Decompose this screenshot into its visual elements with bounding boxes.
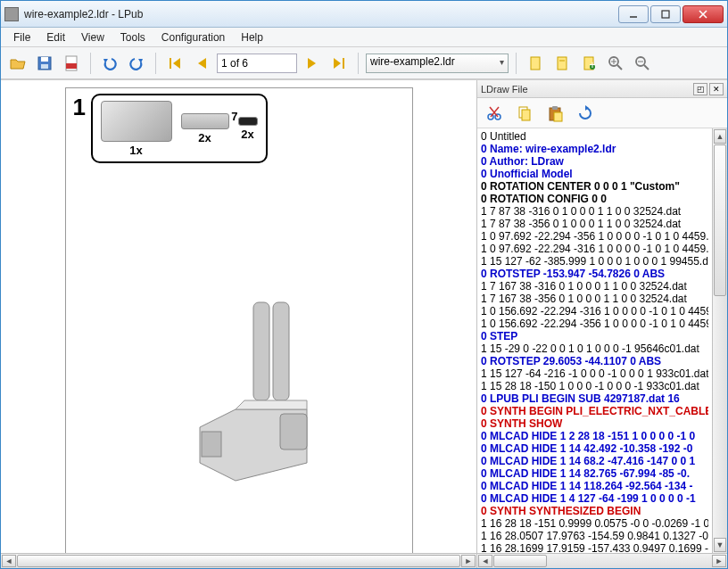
prev-page-icon[interactable] — [190, 52, 213, 75]
menubar: File Edit View Tools Configuration Help — [1, 28, 727, 47]
svg-line-33 — [490, 107, 498, 117]
dock-hscroll[interactable]: ◄► — [477, 553, 727, 568]
code-line[interactable]: 1 7 167 38 -356 0 1 0 0 0 1 1 0 0 32524.… — [481, 293, 708, 305]
dock-float-button[interactable]: ◰ — [693, 83, 707, 95]
refresh-icon[interactable] — [574, 102, 597, 125]
menu-edit[interactable]: Edit — [39, 29, 72, 45]
svg-rect-38 — [554, 112, 562, 121]
svg-line-32 — [491, 107, 499, 117]
code-line[interactable]: 1 16 28.1699 17.9159 -157.433 0.9497 0.1… — [481, 542, 708, 553]
page-yellow3-icon[interactable]: + — [577, 52, 600, 75]
code-line[interactable]: 1 7 87 38 -356 0 1 0 0 0 1 1 0 0 32524.d… — [481, 218, 708, 230]
maximize-button[interactable] — [650, 5, 681, 23]
instruction-page: 1 1x 7 2x 2x — [65, 87, 413, 553]
svg-rect-6 — [41, 64, 48, 69]
code-line[interactable]: 0 ROTSTEP -153.947 -54.7826 0 ABS — [481, 268, 708, 280]
redo-icon[interactable] — [125, 52, 148, 75]
code-line[interactable]: 0 SYNTH BEGIN PLI_ELECTRIC_NXT_CABLE_ — [481, 405, 708, 417]
code-line[interactable]: 0 SYNTH SYNTHESIZED BEGIN — [481, 505, 708, 517]
dock-toolbar — [477, 98, 727, 128]
window-title: wire-example2.ldr - LPub — [24, 8, 618, 21]
page-yellow2-icon[interactable] — [550, 52, 574, 75]
code-line[interactable]: 1 16 28.0507 17.9763 -154.59 0.9841 0.13… — [481, 530, 708, 542]
svg-rect-12 — [558, 57, 567, 70]
code-line[interactable]: 0 SYNTH SHOW — [481, 417, 708, 430]
code-line[interactable]: 0 MLCAD HIDE 1 14 118.264 -92.564 -134 - — [481, 480, 708, 492]
next-page-icon[interactable] — [301, 52, 324, 75]
code-line[interactable]: 1 0 156.692 -22.294 -356 1 0 0 0 0 -1 0 … — [481, 317, 708, 330]
svg-rect-25 — [273, 302, 289, 400]
svg-text:+: + — [589, 59, 595, 71]
code-line[interactable]: 0 STEP — [481, 330, 708, 342]
canvas[interactable]: 1 1x 7 2x 2x — [1, 80, 476, 553]
code-line[interactable]: 0 MLCAD HIDE 1 14 42.492 -10.358 -192 -0 — [481, 442, 708, 455]
step-number: 1 — [73, 94, 86, 121]
code-line[interactable]: 0 LPUB PLI BEGIN SUB 4297187.dat 16 — [481, 392, 708, 405]
code-line[interactable]: 0 Name: wire-example2.ldr — [481, 143, 708, 155]
page-field[interactable] — [217, 54, 297, 73]
code-line[interactable]: 0 Author: LDraw — [481, 155, 708, 168]
copy-icon[interactable] — [513, 102, 536, 125]
code-line[interactable]: 1 15 -29 0 -22 0 0 1 0 1 0 0 0 -1 95646c… — [481, 342, 708, 355]
assembly-image — [191, 293, 343, 490]
code-line[interactable]: 0 Untitled — [481, 130, 708, 143]
zoom-out-icon[interactable] — [631, 52, 654, 75]
menu-tools[interactable]: Tools — [113, 29, 153, 45]
dock-vscroll[interactable]: ▲▼ — [712, 128, 727, 553]
code-line[interactable]: 1 0 156.692 -22.294 -316 1 0 0 0 0 -1 0 … — [481, 305, 708, 317]
svg-marker-27 — [236, 400, 307, 409]
code-line[interactable]: 0 MLCAD HIDE 1 4 127 -64 -199 1 0 0 0 0 … — [481, 492, 708, 505]
code-line[interactable]: 1 15 127 -64 -216 -1 0 0 0 -1 0 0 0 1 93… — [481, 367, 708, 380]
svg-rect-24 — [253, 302, 269, 400]
svg-rect-11 — [531, 57, 540, 70]
dock-close-button[interactable]: ✕ — [709, 83, 724, 95]
dock-title-label: LDraw File — [481, 84, 691, 95]
pli-part-3-qty: 2x — [241, 128, 253, 141]
code-line[interactable]: 1 16 28 18 -151 0.9999 0.0575 -0 0 -0.02… — [481, 517, 708, 530]
cut-icon[interactable] — [483, 102, 506, 125]
code-line[interactable]: 1 7 167 38 -316 0 1 0 0 0 1 1 0 0 32524.… — [481, 280, 708, 293]
open-icon[interactable] — [6, 52, 29, 75]
pli-part-3-image — [238, 117, 258, 126]
svg-rect-37 — [552, 106, 558, 110]
menu-view[interactable]: View — [74, 29, 112, 45]
paste-icon[interactable] — [543, 102, 567, 125]
first-page-icon[interactable] — [163, 52, 186, 75]
page-yellow1-icon[interactable] — [524, 52, 547, 75]
parts-list: 1x 7 2x 2x — [91, 94, 268, 163]
code-line[interactable]: 1 7 87 38 -316 0 1 0 0 0 1 1 0 0 32524.d… — [481, 205, 708, 218]
code-line[interactable]: 0 MLCAD HIDE 1 14 68.2 -47.416 -147 0 0 … — [481, 455, 708, 467]
code-line[interactable]: 1 0 97.692 -22.294 -316 1 0 0 0 0 -1 0 1… — [481, 243, 708, 255]
code-line[interactable]: 0 ROTATION CENTER 0 0 0 1 "Custom" — [481, 180, 708, 193]
menu-file[interactable]: File — [6, 29, 37, 45]
svg-line-18 — [617, 65, 622, 70]
minimize-button[interactable] — [618, 5, 649, 23]
zoom-in-icon[interactable] — [604, 52, 627, 75]
code-line[interactable]: 0 MLCAD HIDE 1 14 82.765 -67.994 -85 -0. — [481, 467, 708, 480]
svg-rect-5 — [41, 57, 48, 62]
pli-part-1-qty: 1x — [129, 144, 142, 157]
last-page-icon[interactable] — [327, 52, 351, 75]
undo-icon[interactable] — [98, 52, 121, 75]
file-select[interactable]: wire-example2.ldr — [366, 54, 509, 73]
ldraw-code-area[interactable]: 0 Untitled0 Name: wire-example2.ldr0 Aut… — [477, 128, 712, 553]
code-line[interactable]: 1 0 97.692 -22.294 -356 1 0 0 0 0 -1 0 1… — [481, 230, 708, 243]
code-line[interactable]: 1 15 28 18 -150 1 0 0 0 -1 0 0 0 -1 933c… — [481, 380, 708, 392]
titlebar: wire-example2.ldr - LPub — [1, 1, 727, 28]
canvas-hscroll[interactable]: ◄► — [1, 553, 476, 568]
pli-part-2-qty: 2x — [198, 131, 211, 144]
code-line[interactable]: 0 MLCAD HIDE 1 2 28 18 -151 1 0 0 0 0 -1… — [481, 430, 708, 442]
save-icon[interactable] — [33, 52, 56, 75]
code-line[interactable]: 0 ROTATION CONFIG 0 0 — [481, 193, 708, 205]
svg-rect-1 — [662, 11, 669, 18]
code-line[interactable]: 1 15 127 -62 -385.999 1 0 0 0 1 0 0 0 1 … — [481, 255, 708, 268]
code-line[interactable]: 0 ROTSTEP 29.6053 -44.1107 0 ABS — [481, 355, 708, 367]
pli-part-1-image — [101, 101, 172, 142]
export-pdf-icon[interactable] — [60, 52, 83, 75]
svg-line-22 — [644, 65, 649, 70]
menu-configuration[interactable]: Configuration — [154, 29, 232, 45]
code-line[interactable]: 0 Unofficial Model — [481, 168, 708, 180]
menu-help[interactable]: Help — [234, 29, 270, 45]
svg-rect-10 — [343, 58, 344, 69]
close-button[interactable] — [682, 5, 724, 23]
